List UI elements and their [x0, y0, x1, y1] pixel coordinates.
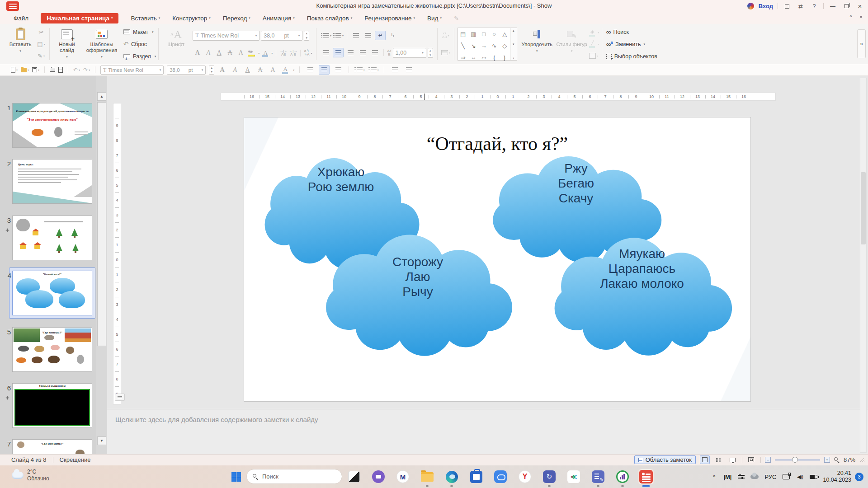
bullets-button[interactable]: ▾ — [321, 31, 331, 40]
microsoft-store-button[interactable] — [468, 469, 484, 484]
tray-settings-icon[interactable] — [734, 470, 748, 483]
tab-design[interactable]: Конструктор▾ — [172, 15, 211, 22]
shape-fill-button[interactable]: ◈▾ — [588, 28, 599, 38]
vertical-scrollbar[interactable] — [860, 78, 867, 453]
qa-font-name-select[interactable]: TTimes New Roi▾ — [100, 66, 164, 75]
notes-app-button[interactable] — [590, 469, 606, 484]
copy-button[interactable]: ▤▾ — [35, 39, 47, 49]
align-right-button[interactable] — [345, 48, 356, 57]
yandex-browser-button[interactable]: Y — [517, 469, 533, 484]
qa-align-left-button[interactable] — [305, 65, 316, 75]
shape-cube-icon[interactable]: ▱ — [481, 54, 486, 61]
start-button[interactable] — [228, 469, 244, 484]
qa-decrease-indent-button[interactable] — [389, 65, 400, 75]
shape-left-brace-icon[interactable]: { — [493, 54, 495, 61]
select-objects-button[interactable]: ▸Выбор объектов — [606, 51, 657, 62]
chat-app-button[interactable] — [493, 469, 508, 484]
qa-increase-indent-button[interactable] — [403, 65, 414, 75]
close-button[interactable]: × — [855, 2, 864, 10]
sync-app-button[interactable]: ↻ — [542, 469, 557, 484]
save-button[interactable]: ▾ — [32, 67, 39, 72]
numbering-button[interactable]: ▾ — [333, 31, 344, 40]
notification-badge[interactable]: 3 — [855, 473, 863, 481]
line-spacing-stepper[interactable]: ▲▼ — [428, 48, 433, 58]
shape-ellipse-icon[interactable]: ○ — [492, 31, 496, 38]
cut-button[interactable]: ✂ — [35, 28, 47, 38]
login-button[interactable]: Вход — [759, 3, 773, 9]
k-app-button[interactable]: ≪ — [566, 469, 581, 484]
slide-canvas[interactable]: “Отгадай, кто я?” Хрюкаю Рою землю — [244, 117, 750, 401]
condense-spacing-button[interactable]: →|←АВ — [279, 49, 288, 56]
new-document-button[interactable]: ▾ — [11, 67, 18, 73]
distribute-button[interactable] — [369, 48, 380, 57]
slide-6-thumbnail[interactable]: Танцы с мышонком — [12, 383, 92, 428]
shape-right-arrow-icon[interactable]: ⇒ — [461, 54, 466, 61]
design-templates-button[interactable]: Шаблоны оформления▾ — [82, 26, 122, 62]
shapes-gallery[interactable]: ▤ ▥ □ ○ △ ╲ ↘ → ∿ ◇ ⇒ ⇔ ▱ { } — [458, 28, 510, 61]
replace-button[interactable]: ∞BЗаменить▾ — [606, 39, 657, 50]
resize-grip[interactable] — [859, 457, 864, 462]
print-preview-button[interactable] — [58, 67, 63, 73]
text-tools-button[interactable]: хẋАВ▾ — [440, 30, 452, 40]
switch-window-icon[interactable]: ⇄ — [796, 2, 805, 10]
new-slide-button[interactable]: + Новый слайд▾ — [52, 26, 82, 62]
volume-icon[interactable]: ◀)) — [793, 470, 807, 483]
menu-file[interactable]: Файл — [14, 15, 28, 22]
justify-button[interactable] — [357, 48, 368, 57]
fullscreen-icon[interactable] — [783, 2, 792, 10]
undo-button[interactable]: ↶▾ — [73, 67, 80, 73]
language-indicator[interactable]: РУС — [761, 470, 779, 483]
qa-font-color-button[interactable]: А — [281, 66, 290, 75]
weather-widget[interactable]: 2°CОблачно — [12, 469, 49, 482]
shape-triangle-icon[interactable]: △ — [502, 31, 507, 38]
font-color-button[interactable]: А — [261, 48, 270, 57]
tab-review[interactable]: Рецензирование▾ — [364, 15, 415, 22]
section-button[interactable]: +Раздел▾ — [123, 52, 156, 61]
slide-4-thumbnail[interactable]: “Отгадай, кто я?” — [12, 271, 92, 315]
qa-bullets-button[interactable]: ▾ — [354, 65, 365, 75]
underline-button[interactable]: А — [214, 48, 224, 57]
qa-shadow-button[interactable]: А — [268, 66, 278, 75]
notes-collapse-handle[interactable] — [115, 394, 125, 401]
zoom-magnifier-icon[interactable] — [834, 457, 840, 463]
slide-5-thumbnail[interactable]: "Где живешь?" — [12, 327, 92, 372]
change-case-button[interactable]: а↰↳А — [304, 49, 309, 56]
zoom-slider[interactable] — [775, 457, 820, 463]
help-icon[interactable]: ? — [810, 2, 819, 10]
cloud-shape-dog-riddle[interactable]: Сторожу Лаю Рычу — [322, 233, 514, 359]
theme-app-button[interactable] — [346, 469, 362, 484]
strikethrough-button[interactable]: А — [225, 48, 235, 57]
restore-button[interactable] — [842, 2, 851, 10]
highlight-color-button[interactable]: ✎ — [247, 48, 257, 57]
reset-button[interactable]: ↶Сброс — [123, 39, 156, 49]
paste-button[interactable]: Вставить▾ — [5, 26, 35, 62]
close-document-icon[interactable]: × — [859, 14, 863, 20]
file-explorer-button[interactable] — [420, 469, 435, 484]
increase-indent-button[interactable] — [363, 31, 373, 40]
open-button[interactable]: ▾ — [21, 68, 29, 72]
tab-transition[interactable]: Переход▾ — [223, 15, 250, 22]
shape-freeform-icon[interactable]: ◇ — [502, 42, 507, 49]
edge-browser-button[interactable] — [444, 469, 459, 484]
shape-arrow-line-icon[interactable]: ↘ — [471, 42, 476, 49]
slide-1-thumbnail[interactable]: Компьютерная игра для детей дошкольного … — [12, 103, 92, 148]
italic-button[interactable]: А — [203, 48, 213, 57]
text-direction-button[interactable]: ↵ — [375, 31, 386, 40]
slideshow-view-button[interactable] — [728, 455, 738, 464]
scrollbar-thumb[interactable] — [97, 102, 106, 346]
line-spacing-select[interactable]: 1,00▾ — [393, 48, 426, 58]
stats-app-button[interactable] — [615, 469, 630, 484]
m-app-button[interactable]: M — [395, 469, 410, 484]
wps-presentation-button[interactable] — [638, 469, 654, 484]
qa-font-size-select[interactable]: 38,0pt▾ — [167, 66, 206, 75]
slide-2-thumbnail[interactable]: Цель игры: — [12, 159, 92, 204]
shape-line-icon[interactable]: ╲ — [461, 42, 465, 49]
qa-numbering-button[interactable]: ▾ — [368, 65, 379, 75]
qa-strikethrough-button[interactable]: А — [255, 66, 265, 75]
shape-curve-icon[interactable]: ∿ — [492, 42, 497, 49]
layout-button[interactable]: Макет▾ — [123, 27, 156, 37]
text-shadow-button[interactable]: А — [236, 48, 245, 57]
slide-sorter-view-button[interactable] — [714, 455, 724, 464]
qa-italic-button[interactable]: А — [230, 66, 240, 75]
shape-right-brace-icon[interactable]: } — [504, 54, 505, 61]
